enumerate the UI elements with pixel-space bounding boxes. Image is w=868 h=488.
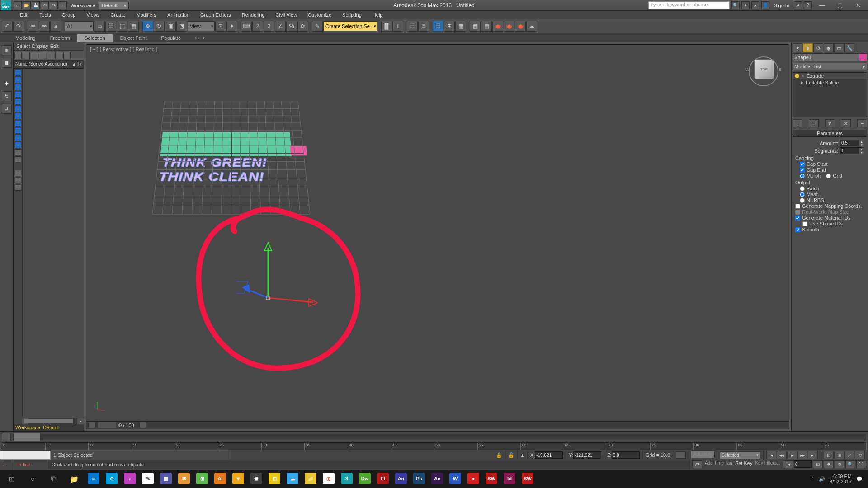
- render-setup-button[interactable]: ▦: [470, 21, 481, 32]
- search-icon[interactable]: 🔍: [731, 1, 740, 9]
- ribbon-tab-modeling[interactable]: Modeling: [8, 34, 43, 42]
- viewport-max-button[interactable]: ⛶: [856, 460, 866, 468]
- edit-named-sel-button[interactable]: ✎: [312, 21, 323, 32]
- menu-edit[interactable]: Edit: [14, 11, 34, 19]
- undo-icon[interactable]: ↶: [41, 1, 49, 9]
- taskbar-app[interactable]: 📁: [302, 471, 319, 487]
- tray-chevron-icon[interactable]: ˄: [811, 476, 814, 482]
- time-config-button[interactable]: ⊡: [813, 460, 823, 468]
- viewport-label[interactable]: [ + ] [ Perspective ] [ Realistic ]: [90, 47, 157, 52]
- taskbar-app[interactable]: An: [392, 471, 410, 487]
- rollout-header[interactable]: -Parameters: [793, 130, 867, 137]
- config-mod-button[interactable]: ☰: [857, 119, 867, 127]
- window-crossing-button[interactable]: ▦: [128, 21, 139, 32]
- select-name-button[interactable]: ☰: [105, 21, 116, 32]
- taskbar-app[interactable]: ⬣: [248, 471, 265, 487]
- filter-frozen-icon[interactable]: [15, 142, 21, 148]
- se-tool[interactable]: [39, 52, 46, 59]
- se-menu-display[interactable]: Display: [32, 43, 48, 49]
- time-tag-button[interactable]: 🏷: [692, 460, 702, 468]
- gen-map-checkbox[interactable]: [795, 204, 800, 209]
- taskbar-app[interactable]: ●: [465, 471, 482, 487]
- filter-warp-icon[interactable]: [15, 106, 21, 112]
- placement-button[interactable]: ⬔: [176, 21, 187, 32]
- taskbar-app[interactable]: Id: [501, 471, 518, 487]
- time-ruler[interactable]: 0510152025303540455055606570758085909510…: [2, 442, 866, 450]
- bind-button[interactable]: ≋: [50, 21, 61, 32]
- display-tab[interactable]: ▭: [834, 43, 844, 52]
- named-selection-dropdown[interactable]: Create Selection Se: [323, 21, 377, 31]
- filter-bone-icon[interactable]: [15, 127, 21, 134]
- tray-volume-icon[interactable]: 🔊: [819, 476, 825, 482]
- filter-container-icon[interactable]: [15, 135, 21, 141]
- key-filters-link[interactable]: Key Filters...: [753, 460, 782, 468]
- gen-mat-checkbox[interactable]: [795, 216, 800, 221]
- taskbar-app[interactable]: ▦: [157, 471, 175, 487]
- keyboard-shortcut-button[interactable]: ⌨: [241, 21, 252, 32]
- utilities-tab[interactable]: 🔧: [844, 43, 854, 52]
- taskbar-app[interactable]: ✎: [139, 471, 156, 487]
- goto-end-button[interactable]: ▸|: [808, 451, 818, 459]
- subscription-icon[interactable]: ✦: [741, 1, 750, 9]
- set-key-button[interactable]: Set Key: [735, 460, 753, 468]
- patch-radio[interactable]: [800, 186, 805, 191]
- taskbar-app[interactable]: ▼: [230, 471, 247, 487]
- pin-stack-button[interactable]: ⟓: [793, 119, 802, 127]
- render-prod-button[interactable]: 🫖: [504, 21, 514, 32]
- viewport-nav-button[interactable]: 🔍: [845, 460, 855, 468]
- next-frame-button[interactable]: ▸▸: [797, 451, 807, 459]
- grid-radio[interactable]: [826, 174, 831, 178]
- time-slider[interactable]: [13, 434, 866, 440]
- segments-spinner[interactable]: 1▴▾: [840, 147, 864, 154]
- se-tool[interactable]: [63, 52, 71, 59]
- toggle-explorer-button[interactable]: ⧉: [418, 21, 429, 32]
- notifications-icon[interactable]: 💬: [856, 476, 863, 482]
- move-button[interactable]: ✥: [142, 21, 153, 32]
- viewport-nav-button[interactable]: ⊡: [824, 451, 834, 459]
- track-right-icon[interactable]: [140, 422, 146, 428]
- select-object-button[interactable]: ▭: [94, 21, 105, 32]
- modify-tab[interactable]: ◗: [803, 43, 813, 52]
- z-coord-input[interactable]: [612, 451, 640, 459]
- taskbar-app[interactable]: ♪: [121, 471, 138, 487]
- viewport-nav-button[interactable]: ⊞: [834, 451, 844, 459]
- scroll-right-icon[interactable]: ▸: [77, 418, 84, 424]
- menu-scripting[interactable]: Scripting: [337, 11, 367, 19]
- smooth-checkbox[interactable]: [795, 227, 800, 232]
- filter-icon[interactable]: [15, 149, 21, 155]
- menu-views[interactable]: Views: [81, 11, 105, 19]
- taskbar-app[interactable]: Fl: [374, 471, 392, 487]
- taskbar-app[interactable]: Ai: [212, 471, 229, 487]
- goto-start-button[interactable]: |◂: [766, 451, 776, 459]
- start-button[interactable]: ⊞: [2, 471, 22, 487]
- maximize-button[interactable]: ▢: [832, 0, 848, 10]
- remove-mod-button[interactable]: ✕: [841, 119, 851, 127]
- track-left-icon[interactable]: [88, 422, 95, 428]
- key-filter-dropdown[interactable]: Selected: [720, 451, 760, 459]
- modifier-stack[interactable]: ♀Extrude ▹Editable Spline: [793, 72, 867, 117]
- prev-frame-button[interactable]: ◂◂: [777, 451, 787, 459]
- curve-editor-button[interactable]: ☰: [433, 21, 443, 32]
- workspace-dropdown[interactable]: Default: [99, 2, 129, 9]
- menu-help[interactable]: Help: [367, 11, 388, 19]
- object-name-input[interactable]: [793, 53, 859, 61]
- create-tab[interactable]: ✦: [793, 43, 802, 52]
- se-tool[interactable]: [31, 52, 38, 59]
- menu-group[interactable]: Group: [57, 11, 81, 19]
- material-editor-button[interactable]: ▦: [455, 21, 466, 32]
- filter-light-icon[interactable]: [15, 84, 21, 90]
- render-frame-button[interactable]: ▦: [481, 21, 492, 32]
- move-gizmo[interactable]: [236, 239, 318, 320]
- taskbar-app[interactable]: SW: [483, 471, 500, 487]
- user-icon[interactable]: 👤: [761, 1, 769, 9]
- select-region-button[interactable]: ⬚: [117, 21, 127, 32]
- menu-modifiers[interactable]: Modifiers: [131, 11, 162, 19]
- viewport-nav-button[interactable]: ✥: [824, 460, 834, 468]
- ref-coord-dropdown[interactable]: View: [188, 21, 215, 31]
- se-menu-select[interactable]: Select: [16, 43, 30, 49]
- add-icon[interactable]: +: [2, 79, 12, 89]
- taskbar-app[interactable]: e: [85, 471, 102, 487]
- ribbon-tab-populate[interactable]: Populate: [154, 34, 188, 42]
- pivot-button[interactable]: ⊡: [215, 21, 226, 32]
- selection-filter-dropdown[interactable]: All: [65, 21, 94, 31]
